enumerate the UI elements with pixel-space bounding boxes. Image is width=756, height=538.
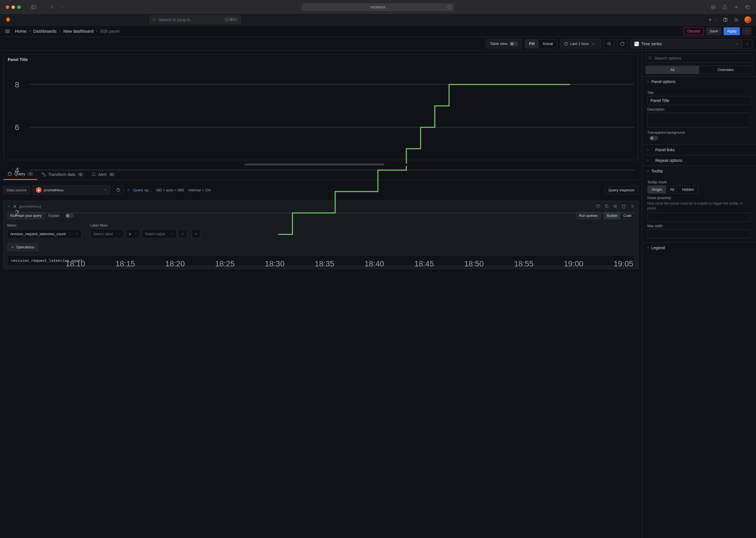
chevron-down-icon[interactable] — [714, 18, 717, 21]
tab-all-options[interactable]: All — [646, 66, 699, 74]
discard-button[interactable]: Discard — [684, 27, 704, 35]
svg-rect-10 — [226, 19, 228, 21]
forward-icon[interactable] — [60, 5, 65, 10]
svg-line-63 — [651, 58, 651, 59]
tooltip-all[interactable]: All — [666, 186, 678, 193]
chevron-right-icon: › — [59, 29, 61, 33]
options-sidebar: All Overrides Panel options Title Descri… — [642, 51, 756, 538]
share-icon[interactable] — [722, 5, 727, 10]
svg-text:2: 2 — [15, 209, 19, 217]
svg-point-62 — [649, 56, 651, 59]
svg-text:18:35: 18:35 — [315, 259, 334, 268]
svg-text:19:00: 19:00 — [564, 259, 583, 268]
chevron-down-icon — [646, 169, 650, 173]
toggle-switch[interactable] — [510, 41, 518, 46]
fill-option[interactable]: Fill — [525, 39, 538, 48]
reload-icon[interactable] — [447, 5, 451, 9]
svg-text:18:40: 18:40 — [364, 259, 384, 268]
chevron-right-icon: › — [96, 29, 97, 33]
crumb-new-dashboard[interactable]: New dashboard — [63, 28, 94, 33]
svg-point-14 — [725, 21, 725, 21]
tooltip-mode-label: Tooltip mode — [647, 180, 751, 184]
hover-proximity-input[interactable] — [647, 213, 751, 222]
svg-line-9 — [155, 20, 156, 21]
tooltip-single[interactable]: Single — [648, 186, 666, 193]
browser-titlebar: localhost — [0, 0, 756, 14]
minimize-window[interactable] — [12, 5, 15, 9]
chart-area[interactable]: 8642 18:1018:1518:2018:2518:3018:3518:40… — [8, 63, 634, 270]
search-shortcut: ⌘+k — [224, 18, 238, 22]
chevron-down-icon — [646, 246, 650, 249]
url-text: localhost — [371, 5, 385, 9]
panel-preview: Panel Title 8642 18:1018:1518:2018:2518:… — [3, 54, 638, 160]
url-bar[interactable]: localhost — [302, 3, 454, 11]
description-input[interactable] — [647, 113, 751, 128]
table-view-toggle[interactable]: Table view — [486, 39, 522, 48]
apply-button[interactable]: Apply — [724, 27, 740, 35]
title-input[interactable] — [647, 96, 751, 105]
chevron-down-icon[interactable] — [41, 5, 44, 10]
chevron-right-icon — [646, 148, 650, 151]
maximize-window[interactable] — [17, 5, 21, 9]
svg-text:18:30: 18:30 — [265, 259, 284, 268]
crumb-edit-panel: Edit panel — [100, 28, 120, 33]
global-search[interactable]: Search or jump to... ⌘+k — [149, 16, 241, 24]
chart-icon: 📉 — [634, 41, 639, 46]
plus-dropdown-icon[interactable] — [708, 18, 713, 22]
sidebar-toggle-icon[interactable] — [31, 5, 36, 10]
clock-icon — [564, 41, 568, 46]
visualization-picker[interactable]: 📉 Time series — [630, 39, 742, 48]
options-search-input[interactable] — [646, 54, 753, 63]
transparent-bg-label: Transparent background — [647, 131, 751, 134]
window-controls — [6, 5, 21, 9]
tabs-icon[interactable] — [745, 5, 750, 10]
search-placeholder: Search or jump to... — [158, 18, 194, 22]
section-repeat-options[interactable]: Repeat options — [642, 155, 756, 166]
close-window[interactable] — [6, 5, 9, 9]
grafana-logo-icon[interactable] — [5, 16, 12, 23]
horizontal-scrollbar[interactable] — [3, 164, 638, 166]
app-topbar: Search or jump to... ⌘+k — [0, 14, 756, 26]
save-button[interactable]: Save — [706, 27, 722, 35]
download-icon[interactable] — [711, 5, 716, 10]
expand-viz-button[interactable] — [742, 39, 753, 48]
menu-icon[interactable] — [5, 28, 10, 34]
tooltip-mode-segment[interactable]: Single All Hidden — [647, 185, 698, 194]
panel-title: Panel Title — [8, 57, 634, 62]
new-tab-icon[interactable] — [734, 5, 739, 10]
chevron-down-icon — [646, 80, 650, 83]
crumb-dashboards[interactable]: Dashboards — [33, 28, 56, 33]
refresh-button[interactable] — [617, 39, 628, 48]
zoom-out-button[interactable] — [604, 39, 614, 48]
hover-proximity-label: Hover proximity — [647, 196, 751, 200]
chevron-right-icon — [745, 42, 749, 46]
transparent-bg-toggle[interactable] — [650, 136, 658, 140]
svg-text:18:15: 18:15 — [115, 259, 135, 268]
svg-point-8 — [153, 18, 155, 21]
max-width-input[interactable] — [647, 229, 751, 238]
time-range-picker[interactable]: Last 1 hour — [560, 39, 601, 48]
options-tabs[interactable]: All Overrides — [646, 66, 753, 74]
tooltip-hidden[interactable]: Hidden — [678, 186, 698, 193]
tab-overrides[interactable]: Overrides — [699, 66, 753, 74]
svg-rect-0 — [31, 5, 35, 9]
section-legend[interactable]: Legend — [642, 242, 756, 253]
svg-text:18:50: 18:50 — [464, 259, 483, 268]
svg-text:18:20: 18:20 — [165, 259, 185, 268]
chevron-up-icon — [746, 29, 748, 33]
fill-actual-segment[interactable]: Fill Actual — [525, 39, 557, 48]
help-icon[interactable] — [723, 17, 728, 22]
svg-text:18:10: 18:10 — [66, 259, 85, 268]
back-icon[interactable] — [49, 5, 54, 10]
rss-icon[interactable] — [734, 17, 739, 22]
description-field-label: Description — [647, 107, 751, 111]
collapse-sidebar-button[interactable] — [742, 27, 751, 35]
user-avatar[interactable] — [744, 16, 751, 23]
crumb-home[interactable]: Home — [15, 28, 27, 33]
section-tooltip[interactable]: Tooltip — [642, 166, 756, 176]
section-panel-links[interactable]: Panel links — [642, 144, 756, 155]
svg-text:18:45: 18:45 — [414, 259, 434, 268]
section-panel-options[interactable]: Panel options — [642, 76, 756, 87]
explain-toggle[interactable] — [65, 213, 74, 218]
actual-option[interactable]: Actual — [538, 39, 557, 48]
